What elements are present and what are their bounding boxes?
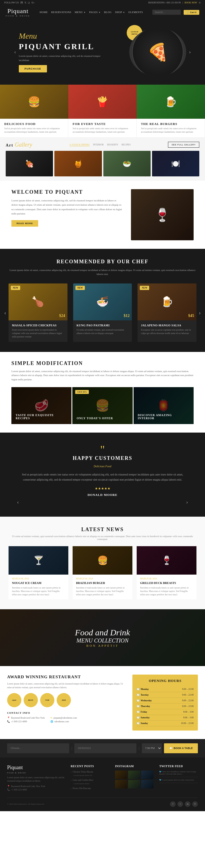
opening-wednesday: 🕐 Wednesday 9:00 – 22:00 <box>137 698 194 704</box>
googleplus-icon[interactable]: G+ <box>32 1 34 4</box>
instagram-item-1[interactable] <box>115 771 127 779</box>
welcome-image: 🍷 <box>131 189 194 240</box>
contact-right: ✉ piquant@odeotheme.com 🌐 odeotheme.com <box>50 717 77 724</box>
testimonial-prev-arrow[interactable]: ‹ <box>17 499 19 505</box>
nav-pages[interactable]: Pages ▼ <box>89 11 101 13</box>
footer-post-3[interactable]: › Presto Alla Rascana <box>71 787 109 789</box>
chef-subtitle: Lorem ipsum dolor sit amet, consectetur … <box>8 268 197 276</box>
footer-bottom: © 2018 Odeo Interactive, All Rights Rese… <box>7 798 198 807</box>
logo-sub: Food & Drink <box>6 15 30 17</box>
book-table-button[interactable]: 🍽️ BOOK A TABLE <box>164 743 198 753</box>
footer-post-3-title: Presto Alla Rascana <box>73 787 91 789</box>
testimonial-stars: ★★★★★ <box>17 487 188 491</box>
footer-facebook-icon[interactable]: f <box>170 801 176 807</box>
booking-date-input[interactable] <box>74 743 136 753</box>
footer-googleplus-icon[interactable]: G <box>192 801 198 807</box>
gallery-item-3[interactable]: 🥗 <box>103 151 151 176</box>
search-input[interactable] <box>152 10 181 15</box>
footer-address-icon: 📍 <box>7 785 10 787</box>
twitter-icon-1: 🐦 <box>159 771 162 773</box>
testimonial-next-arrow[interactable]: › <box>186 499 188 505</box>
facebook-icon[interactable]:  <box>21 1 23 4</box>
news-title-3[interactable]: GRILLED DUCK BREASTS <box>140 581 193 585</box>
feature-text-2: Sed ut perspiciatis unde omnis iste natu… <box>73 127 132 134</box>
mod-item-3[interactable]: 🏮 DISCOVER AMAZING INTERIOR <box>133 387 194 424</box>
footer-instagram-grid <box>115 771 154 788</box>
book-now-link[interactable]: BOOK NOW <box>184 1 197 4</box>
mod-item-2[interactable]: 🍔 SAVE 30% ONLY TODAY'S OFFER <box>72 387 132 424</box>
instagram-item-2[interactable] <box>128 771 140 779</box>
logo[interactable]: Piquant Food & Drink <box>6 7 30 17</box>
feature-text-3: Sed ut perspiciatis unde omnis iste natu… <box>141 127 201 134</box>
cart-button[interactable]: 🛒 Cart 0 <box>184 10 199 15</box>
nav-shop[interactable]: Shop ▼ <box>115 11 125 13</box>
read-more-button[interactable]: READ MORE <box>11 220 38 227</box>
hero-next-arrow[interactable]: › <box>186 46 194 58</box>
mod-item-1[interactable]: 🥩 TASTE OUR EXQUISITE RECIPES <box>11 387 72 424</box>
tweet-2-text: Lorem ipsum dolor sit amet consectetur <box>162 779 194 781</box>
feature-content-2: FOR EVERY TASTE Sed ut perspiciatis unde… <box>68 119 137 137</box>
footer-instagram-icon[interactable]: in <box>185 801 190 807</box>
twitter-icon[interactable]: 𝕏 <box>25 1 26 4</box>
instagram-item-5[interactable] <box>128 780 140 788</box>
nav-reservations[interactable]: Reservations <box>51 11 72 13</box>
award-badge-2: BEST <box>24 693 38 707</box>
chef-prev-arrow[interactable]: ‹ <box>4 309 6 316</box>
booking-name-input[interactable] <box>7 743 69 753</box>
see-full-gallery-button[interactable]: SEE FULL GALLERY <box>168 142 199 148</box>
footer-about: Piquant Food & Drink Lorem ipsum dolor s… <box>7 765 65 792</box>
chef-next-arrow[interactable]: › <box>199 309 201 316</box>
gallery-item-1[interactable]: 🍖 <box>6 151 53 176</box>
news-date-3: MARCH 08, 2018 <box>140 578 193 580</box>
opening-monday: 🕐 Monday 9:00 – 22:00 <box>137 686 194 692</box>
footer-instagram-title: INSTAGRAM <box>115 765 154 768</box>
contact-address: 📍 Raymond Boulevard Link New York <box>7 717 45 719</box>
chef-card-title-2: KUNG PAO PASTRAMI <box>77 324 129 327</box>
top-bar-left: FOLLOW US  𝕏 ◻ G+ <box>4 1 34 4</box>
gallery-item-2[interactable]: 🍯 <box>54 151 102 176</box>
instagram-icon[interactable]: ◻ <box>28 1 30 4</box>
news-date-2: MARCH 08, 2018 <box>76 578 129 580</box>
header-right: 🛒 Cart 0 <box>152 10 199 15</box>
instagram-item-3[interactable] <box>141 771 153 779</box>
hero-prev-arrow[interactable]: ‹ <box>11 46 19 58</box>
filter-food-drinks[interactable]: ⊙ Food & Drinks <box>70 144 90 146</box>
footer-twitter-icon[interactable]: t <box>177 801 183 807</box>
opening-saturday: 🕐 Saturday 9:00 – 3:00 <box>137 715 194 721</box>
gallery-grid: 🍖 🍯 🥗 🍽️ <box>6 151 199 176</box>
news-title-1[interactable]: NOUGAT ICE CREAM <box>12 581 65 585</box>
nav-home[interactable]: Home <box>40 11 48 13</box>
time-friday: 9:00 – 3:00 <box>183 711 194 713</box>
footer-twitter-title: TWITTER FEED <box>159 765 198 768</box>
footer-post-2[interactable]: › Lime and Golden Beer <box>71 779 109 781</box>
filter-recipes[interactable]: Recipes <box>122 144 131 146</box>
footer-post-1[interactable]: › Chicken Tikka Masala <box>71 771 109 773</box>
gallery-item-4[interactable]: 🍽️ <box>152 151 199 176</box>
nav-menu[interactable]: Menu ▼ <box>75 11 86 13</box>
welcome-title: WELCOME TO PIQUANT <box>11 189 123 195</box>
food-banner: Food and Drink MENU COLLECTION BON APPÉT… <box>0 609 205 666</box>
footer-logo[interactable]: Piquant <box>7 765 65 771</box>
chef-card-text-3: Excepteur sint occaecat cupidatat non pr… <box>141 328 193 335</box>
nav-elements[interactable]: Elements <box>128 11 143 13</box>
hero-title: PIQUANT GRILL <box>19 42 129 51</box>
modification-text: Lorem ipsum dolor sit amet, consectetur … <box>11 369 194 381</box>
feature-content-3: THE REAL BURGERS Sed ut perspiciatis und… <box>137 119 205 137</box>
instagram-item-6[interactable] <box>141 780 153 788</box>
news-title-2[interactable]: BRAZILIAN BURGER <box>76 581 129 585</box>
contact-website: 🌐 odeotheme.com <box>50 720 77 723</box>
filter-desserts[interactable]: Desserts <box>107 144 118 146</box>
filter-interior[interactable]: Interior <box>93 144 104 146</box>
clock-icon-2: 🕐 <box>137 693 139 696</box>
news-text-1: Interdum et malesuada fames ac ante ipsu… <box>12 586 65 596</box>
award-badge-3: TOP <box>40 693 54 707</box>
nav-blog[interactable]: Blog <box>104 11 112 13</box>
copyright-text: © 2018 Odeo Interactive, All Rights Rese… <box>7 803 44 805</box>
book-table-label: BOOK A TABLE <box>174 747 193 749</box>
booking-time-select[interactable]: 7:00 PM 8:00 PM 9:00 PM <box>142 743 162 753</box>
time-sunday: 10:00 – 22:00 <box>181 722 194 724</box>
news-img-2: 🍔 <box>73 546 132 575</box>
news-date-1: MARCH 08, 2018 <box>12 578 65 580</box>
instagram-item-4[interactable] <box>115 780 127 788</box>
purchase-button[interactable]: PURCHASE <box>19 65 47 72</box>
